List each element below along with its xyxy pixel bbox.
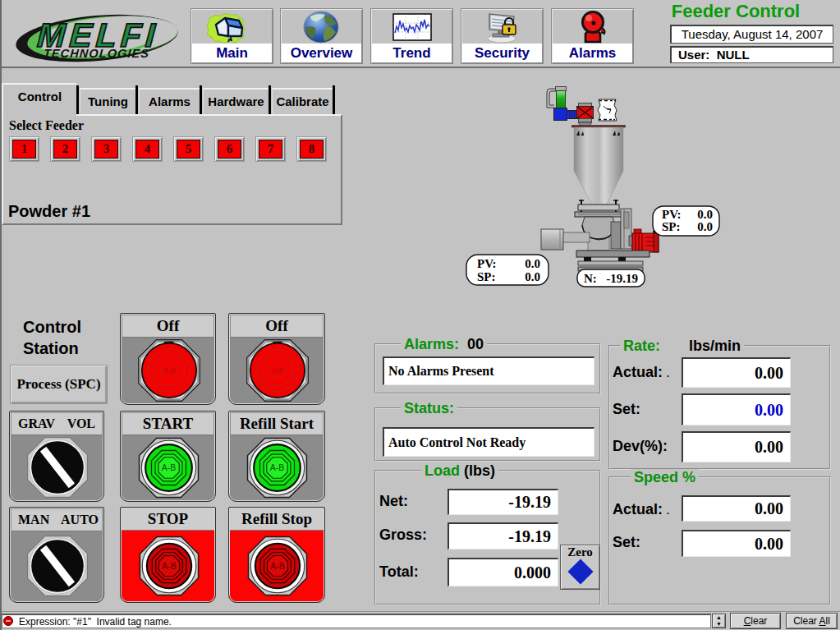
svg-text:-19.19: -19.19 bbox=[606, 272, 638, 285]
svg-text:SP:: SP: bbox=[477, 270, 496, 283]
svg-text:0.0: 0.0 bbox=[525, 257, 540, 270]
svg-text:PV:: PV: bbox=[477, 257, 497, 270]
svg-text:0.0: 0.0 bbox=[697, 208, 713, 221]
svg-text:0.0: 0.0 bbox=[525, 270, 540, 283]
svg-text:N:: N: bbox=[584, 272, 597, 285]
svg-text:SP:: SP: bbox=[662, 220, 681, 233]
svg-text:0.0: 0.0 bbox=[697, 220, 713, 233]
svg-text:TECHNOLOGIES: TECHNOLOGIES bbox=[43, 47, 149, 60]
svg-text:PV:: PV: bbox=[662, 208, 682, 221]
